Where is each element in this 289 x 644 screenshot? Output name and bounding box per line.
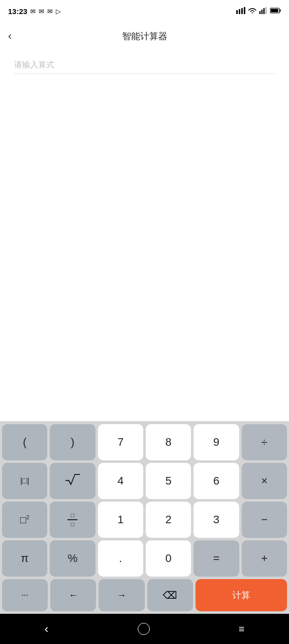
key-close-paren[interactable]: ): [50, 424, 95, 460]
key-9[interactable]: 9: [194, 424, 239, 460]
svg-rect-10: [271, 9, 278, 12]
svg-rect-0: [236, 10, 238, 14]
key-row-3: □2 □ □ 1 2 3 −: [2, 502, 287, 538]
wifi-icon: [248, 7, 257, 16]
svg-rect-5: [261, 10, 263, 14]
key-sqrt[interactable]: [50, 463, 95, 499]
svg-rect-2: [241, 8, 243, 14]
key-8[interactable]: 8: [146, 424, 191, 460]
nav-home-icon[interactable]: [138, 623, 150, 635]
key-0[interactable]: 0: [146, 540, 191, 577]
key-backspace[interactable]: ⌫: [147, 579, 193, 611]
header: ‹ 智能计算器: [0, 22, 289, 50]
nav-back-icon[interactable]: ‹: [45, 622, 49, 636]
key-abs[interactable]: |□|: [2, 463, 47, 499]
key-5[interactable]: 5: [146, 463, 191, 499]
mail-icon-2: ✉: [39, 8, 44, 15]
nav-bar: ‹ ≡: [0, 614, 289, 644]
key-equals[interactable]: =: [194, 540, 239, 577]
key-fraction[interactable]: □ □: [50, 502, 95, 538]
key-row-2: |□| 4 5 6 ×: [2, 463, 287, 499]
svg-rect-4: [259, 11, 261, 14]
key-power[interactable]: □2: [2, 502, 47, 538]
page-title: 智能计算器: [122, 30, 167, 42]
key-percent[interactable]: %: [50, 540, 95, 577]
key-open-paren[interactable]: (: [2, 424, 47, 460]
svg-rect-3: [244, 7, 245, 14]
keyboard: ( ) 7 8 9 ÷ |□| 4 5 6 × □2 □: [0, 421, 289, 614]
power-symbol: □2: [20, 514, 29, 526]
status-right-icons: [236, 7, 281, 16]
key-pi[interactable]: π: [2, 540, 47, 577]
key-right[interactable]: →: [99, 579, 144, 611]
key-row-4: π % . 0 = +: [2, 540, 287, 577]
key-left[interactable]: ←: [50, 579, 96, 611]
formula-input[interactable]: [14, 58, 275, 74]
key-calculate[interactable]: 计算: [196, 579, 287, 611]
cellular-icon: [259, 7, 267, 16]
mail-icon-1: ✉: [30, 8, 36, 15]
key-3[interactable]: 3: [194, 502, 239, 538]
key-divide[interactable]: ÷: [242, 424, 287, 460]
key-multiply[interactable]: ×: [242, 463, 287, 499]
signal-icon: [236, 7, 245, 16]
svg-rect-6: [263, 8, 265, 14]
fraction-symbol: □ □: [67, 512, 77, 527]
input-area: [0, 50, 289, 421]
key-minus[interactable]: −: [242, 502, 287, 538]
sqrt-symbol: [65, 472, 80, 490]
abs-symbol: |□|: [20, 476, 29, 486]
battery-icon: [270, 8, 281, 15]
key-dot[interactable]: .: [98, 540, 143, 577]
mail-icon-3: ✉: [47, 8, 53, 15]
key-row-1: ( ) 7 8 9 ÷: [2, 424, 287, 460]
svg-rect-9: [280, 9, 281, 12]
svg-rect-1: [239, 9, 240, 14]
key-4[interactable]: 4: [98, 463, 143, 499]
back-button[interactable]: ‹: [8, 30, 12, 43]
key-1[interactable]: 1: [98, 502, 143, 538]
key-2[interactable]: 2: [146, 502, 191, 538]
status-time: 13:23: [8, 7, 27, 16]
key-6[interactable]: 6: [194, 463, 239, 499]
status-left: 13:23 ✉ ✉ ✉ ▷: [8, 7, 61, 16]
play-icon: ▷: [56, 8, 61, 15]
svg-rect-7: [265, 7, 267, 14]
status-bar: 13:23 ✉ ✉ ✉ ▷: [0, 0, 289, 22]
action-row: ··· ← → ⌫ 计算: [2, 579, 287, 611]
key-plus[interactable]: +: [242, 540, 287, 577]
key-7[interactable]: 7: [98, 424, 143, 460]
key-more[interactable]: ···: [2, 579, 48, 611]
nav-menu-icon[interactable]: ≡: [239, 623, 245, 635]
